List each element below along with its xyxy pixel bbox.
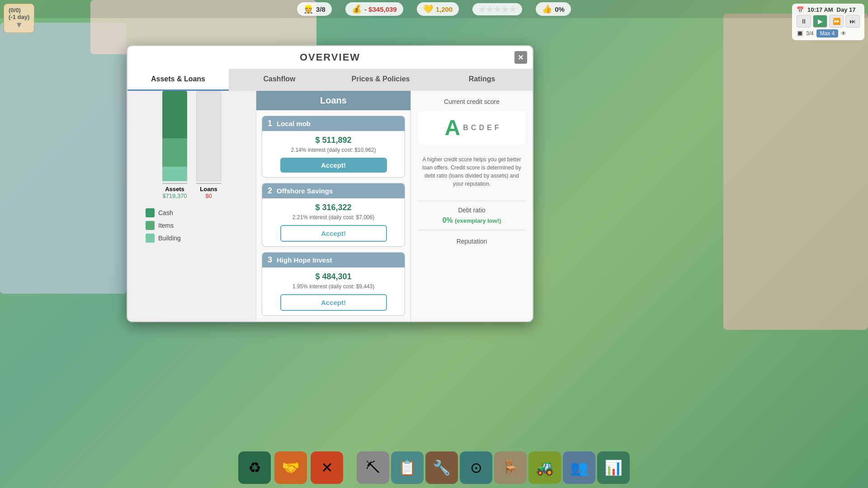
legend-building: Building xyxy=(146,234,181,243)
likes-indicator: 👍 0% xyxy=(536,2,571,16)
loan-number-3: 3 xyxy=(268,255,272,265)
pause-button[interactable]: ⏸ xyxy=(797,15,811,28)
tab-cashflow[interactable]: Cashflow xyxy=(229,69,330,91)
chart-panel: Assets $719,370 Loans $0 Cash xyxy=(127,91,256,321)
recycle-button[interactable]: ♻ xyxy=(238,451,271,484)
top-right-controls: 📅 10:17 AM Day 17 ⏸ ▶ ⏩ ⏭ 🔳 3/4 Max 4 👁 xyxy=(792,4,864,40)
debt-ratio-note: (exemplary low!) xyxy=(455,217,501,224)
star-1: ★ xyxy=(479,5,485,14)
assets-column: Assets $719,370 xyxy=(162,91,187,199)
legend-color-cash xyxy=(146,208,155,217)
build-button[interactable]: ⛏ xyxy=(357,451,389,484)
dropdown-icon[interactable]: ▼ xyxy=(9,20,29,30)
top-hud: 👷 3/8 💰 - $345,039 💛 1,200 ★ ★ ★ ★ ★ 👍 0… xyxy=(0,0,868,18)
legend-cash: Cash xyxy=(146,208,181,217)
tab-ratings[interactable]: Ratings xyxy=(431,69,533,91)
assets-bar-stack xyxy=(162,91,187,181)
loans-header: Loans xyxy=(256,91,410,110)
calendar-icon: 📅 xyxy=(797,6,804,13)
modal-title-bar: OVERVIEW ✕ xyxy=(127,46,533,69)
star-2: ★ xyxy=(486,5,493,14)
loan-name-1: Local mob xyxy=(277,120,311,127)
loan-body-1: $ 511,892 2.14% interest (daily cost: $1… xyxy=(262,131,405,177)
eye-icon[interactable]: 👁 xyxy=(841,30,846,37)
reputation-area: Reputation xyxy=(418,238,525,245)
stats-button[interactable]: 📊 xyxy=(597,451,630,484)
chart-legend: Cash Items Building xyxy=(137,208,181,243)
money-indicator: 💛 1,200 xyxy=(417,2,459,16)
fast-forward-button[interactable]: ⏩ xyxy=(829,15,844,28)
time-display: 10:17 AM xyxy=(807,6,833,13)
toolbar-center: ⛏ 📋 🔧 ⊙ 🪑 🚜 👥 📊 xyxy=(357,451,630,484)
grade-f: F xyxy=(495,124,499,132)
accept-button-3[interactable]: Accept! xyxy=(280,294,387,311)
star-3: ★ xyxy=(494,5,500,14)
workers-indicator: 👷 3/8 xyxy=(297,2,332,16)
cancel-tool-button[interactable]: ✕ xyxy=(311,451,343,484)
info-line2: (-1 day) xyxy=(9,14,29,20)
coin-icon: 💛 xyxy=(423,4,433,14)
credit-grades: A B C D E F xyxy=(418,111,525,145)
debt-ratio-value: 0% (exemplary low!) xyxy=(418,216,525,225)
accept-button-2[interactable]: Accept! xyxy=(280,225,387,242)
assets-value: $719,370 xyxy=(162,192,187,199)
legend-label-cash: Cash xyxy=(158,209,173,216)
cashflow-value: - $345,039 xyxy=(364,5,397,13)
loan-amount-3: $ 484,301 xyxy=(267,272,400,282)
excavate-button[interactable]: 🚜 xyxy=(528,451,561,484)
skip-button[interactable]: ⏭ xyxy=(845,15,860,28)
loan-header-2: 2 Offshore Savings xyxy=(262,183,405,198)
tools-button[interactable]: 🔧 xyxy=(425,451,458,484)
loan-item-2: 2 Offshore Savings $ 316,322 2.21% inter… xyxy=(262,183,405,247)
assets-label: Assets xyxy=(165,186,184,192)
loans-value: $0 xyxy=(205,192,212,199)
grade-e: E xyxy=(487,124,492,132)
loans-bar xyxy=(196,91,221,181)
accept-button-1[interactable]: Accept! xyxy=(280,158,387,173)
divider-1 xyxy=(418,201,525,201)
loans-column: Loans $0 xyxy=(196,91,221,199)
cashflow-icon: 💰 xyxy=(352,4,362,14)
loan-body-3: $ 484,301 1.95% interest (daily cost: $9… xyxy=(262,267,405,315)
assets-bar-mid xyxy=(162,138,187,167)
loan-interest-2: 2.21% interest (daily cost: $7,006) xyxy=(267,214,400,221)
list-button[interactable]: 📋 xyxy=(391,451,424,484)
legend-label-items: Items xyxy=(158,222,174,229)
tabs-row: Assets & Loans Cashflow Prices & Policie… xyxy=(127,69,533,91)
tab-assets-loans[interactable]: Assets & Loans xyxy=(127,69,229,91)
legend-color-items xyxy=(146,221,155,230)
legend-items: Items xyxy=(146,221,181,230)
play-button[interactable]: ▶ xyxy=(813,15,827,28)
debt-ratio-percent: 0% xyxy=(442,216,453,224)
bar-divider-assets xyxy=(162,183,187,184)
assets-bar-top xyxy=(162,91,187,138)
loans-panel: Loans 1 Local mob $ 511,892 2.14% intere… xyxy=(256,91,410,321)
loan-name-2: Offshore Savings xyxy=(277,187,333,195)
stars-container: ★ ★ ★ ★ ★ xyxy=(479,5,516,14)
grade-d: D xyxy=(479,124,484,132)
loan-number-2: 2 xyxy=(268,186,272,196)
close-button[interactable]: ✕ xyxy=(514,51,527,64)
loan-name-3: High Hope Invest xyxy=(277,256,332,264)
trade-button[interactable]: 🤝 xyxy=(274,451,307,484)
money-value: 1,200 xyxy=(436,5,453,13)
modal-content: Assets $719,370 Loans $0 Cash xyxy=(127,91,533,321)
star-4: ★ xyxy=(502,5,508,14)
likes-icon: 👍 xyxy=(542,4,552,14)
loan-number-1: 1 xyxy=(268,119,272,128)
modal-title: OVERVIEW xyxy=(300,52,360,63)
loan-interest-1: 2.14% interest (daily cost: $10,962) xyxy=(267,147,400,153)
bar-chart: Assets $719,370 Loans $0 xyxy=(153,100,230,199)
grade-c: C xyxy=(471,124,476,132)
workers-value: 3/8 xyxy=(316,5,326,13)
layers-button[interactable]: Max 4 xyxy=(816,29,839,38)
loan-amount-1: $ 511,892 xyxy=(267,136,400,145)
loan-item-3: 3 High Hope Invest $ 484,301 1.95% inter… xyxy=(262,252,405,316)
furniture-button[interactable]: 🪑 xyxy=(494,451,527,484)
people-button[interactable]: 👥 xyxy=(563,451,595,484)
target-button[interactable]: ⊙ xyxy=(460,451,492,484)
tab-prices-policies[interactable]: Prices & Policies xyxy=(330,69,431,91)
legend-label-building: Building xyxy=(158,235,181,242)
star-5: ★ xyxy=(509,5,516,14)
debt-ratio-title: Debt ratio xyxy=(418,206,525,214)
